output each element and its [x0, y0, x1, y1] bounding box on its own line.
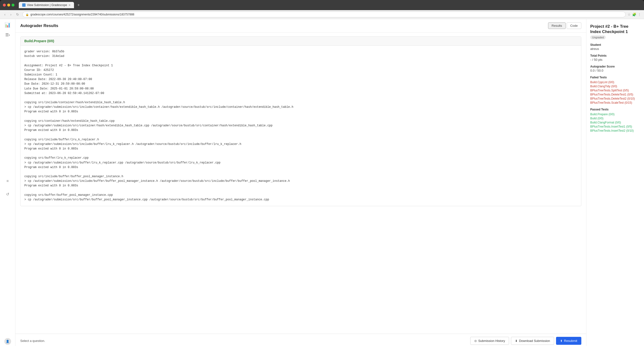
failed-tests-section: Failed Tests Build.CppLint (0/0)Build.Cl… [590, 76, 640, 104]
build-body: grader version: 0b37a5b bustub version: … [20, 46, 581, 206]
passed-test-item[interactable]: Build.Prepare (0/0) [590, 113, 640, 116]
bottom-actions: ⊙ Submission History ⬇ Download Submissi… [470, 337, 581, 345]
list-icon[interactable]: ≡ [4, 177, 10, 185]
sidebar: 📊 ☰› ≡ ↺ 👤 [0, 19, 16, 346]
sidebar-menu-button[interactable]: ☰› [5, 33, 10, 37]
autograder-score-label: Autograder Score [590, 65, 640, 68]
resubmit-label: Resubmit [564, 339, 577, 343]
submission-history-button[interactable]: ⊙ Submission History [470, 337, 509, 345]
browser-tab[interactable]: View Submission | Gradescope ✕ [19, 2, 74, 8]
bookmark-icon[interactable]: ☆ [628, 13, 631, 17]
content-area: Autograder Results Results Code Build.Pr… [16, 19, 586, 346]
autograder-score-section: Autograder Score 0.0 / 50.0 [590, 65, 640, 72]
results-tab-button[interactable]: Results [548, 23, 566, 29]
browser-titlebar: View Submission | Gradescope ✕ + [0, 0, 644, 10]
tab-favicon [22, 3, 26, 7]
view-toggle: Results Code [548, 23, 581, 29]
browser-navbar: ‹ › ↻ 🔒 gradescope.com/courses/425272/as… [0, 10, 644, 19]
student-value: atreus [590, 47, 640, 51]
refresh-icon[interactable]: ↺ [4, 190, 11, 198]
nav-icons: ☆ 🧩 ⋮ [628, 13, 641, 17]
passed-tests-list: Build.Prepare (0/0)Build (0/0)Build.Clan… [590, 113, 640, 132]
lock-icon: 🔒 [26, 13, 29, 16]
build-header: Build.Prepare (0/0) [20, 37, 581, 46]
autograder-score-value: 0.0 / 50.0 [590, 69, 640, 72]
page-title: Autograder Results [20, 23, 58, 28]
total-points-section: Total Points - / 50 pts [590, 54, 640, 62]
failed-test-item[interactable]: BPlusTreeTests.DeleteTest2 (0/10) [590, 97, 640, 100]
user-avatar[interactable]: 👤 [4, 338, 11, 345]
project-title: Project #2 - B+ Tree Index Checkpoint 1 [590, 24, 640, 35]
tab-close-button[interactable]: ✕ [68, 4, 70, 7]
download-submission-button[interactable]: ⬇ Download Submission [511, 337, 554, 345]
download-submission-label: Download Submission [519, 339, 550, 343]
total-points-label: Total Points [590, 54, 640, 57]
failed-tests-list: Build.CppLint (0/0)Build.ClangTidy (0/0)… [590, 81, 640, 104]
maximize-window-button[interactable] [12, 4, 14, 7]
window-controls [3, 4, 14, 7]
forward-button[interactable]: › [9, 12, 13, 17]
build-title: Build.Prepare (0/0) [24, 39, 54, 43]
passed-test-item[interactable]: BPlusTreeTests.InsertTest1 (0/5) [590, 125, 640, 128]
bottom-bar: Select a question. ⊙ Submission History … [16, 334, 586, 346]
minimize-window-button[interactable] [7, 4, 10, 7]
top-bar: Autograder Results Results Code [16, 19, 586, 33]
tab-title: View Submission | Gradescope [27, 3, 67, 7]
close-window-button[interactable] [3, 4, 6, 7]
upload-icon: ⬆ [560, 339, 562, 343]
refresh-button[interactable]: ↻ [15, 12, 20, 17]
more-icon[interactable]: ⋮ [638, 13, 641, 17]
student-section: Student atreus [590, 43, 640, 51]
failed-test-item[interactable]: Build.CppLint (0/0) [590, 81, 640, 84]
passed-test-item[interactable]: Build.ClangFormat (0/0) [590, 121, 640, 124]
download-icon: ⬇ [515, 339, 518, 343]
logo-icon: 📊 [4, 22, 10, 28]
history-icon: ⊙ [474, 339, 477, 343]
new-tab-button[interactable]: + [77, 3, 80, 7]
back-button[interactable]: ‹ [3, 12, 7, 17]
passed-tests-label: Passed Tests [590, 108, 640, 111]
ungraded-badge: Ungraded [590, 36, 606, 39]
resubmit-button[interactable]: ⬆ Resubmit [556, 337, 581, 345]
passed-test-item[interactable]: BPlusTreeTests.InsertTest2 (0/10) [590, 129, 640, 132]
passed-tests-section: Passed Tests Build.Prepare (0/0)Build (0… [590, 108, 640, 132]
failed-tests-label: Failed Tests [590, 76, 640, 79]
extensions-icon[interactable]: 🧩 [632, 13, 636, 17]
failed-test-item[interactable]: BPlusTreeTests.DeleteTest1 (0/5) [590, 93, 640, 96]
failed-test-item[interactable]: BPlusTreeTests.ScaleTest (0/15) [590, 101, 640, 104]
failed-test-item[interactable]: BPlusTreeTests.SplitTest (0/5) [590, 89, 640, 92]
url-text: gradescope.com/courses/425272/assignment… [30, 13, 134, 16]
build-section: Build.Prepare (0/0) grader version: 0b37… [20, 37, 581, 206]
passed-test-item[interactable]: Build (0/0) [590, 117, 640, 120]
total-points-value: - / 50 pts [590, 58, 640, 62]
failed-test-item[interactable]: Build.ClangTidy (0/0) [590, 85, 640, 88]
address-bar[interactable]: 🔒 gradescope.com/courses/425272/assignme… [22, 12, 626, 17]
right-panel: Project #2 - B+ Tree Index Checkpoint 1 … [586, 19, 644, 346]
code-tab-button[interactable]: Code [567, 23, 581, 29]
submission-history-label: Submission History [478, 339, 505, 343]
select-question-text: Select a question. [20, 339, 45, 343]
main-content: Build.Prepare (0/0) grader version: 0b37… [16, 33, 586, 334]
student-label: Student [590, 43, 640, 47]
